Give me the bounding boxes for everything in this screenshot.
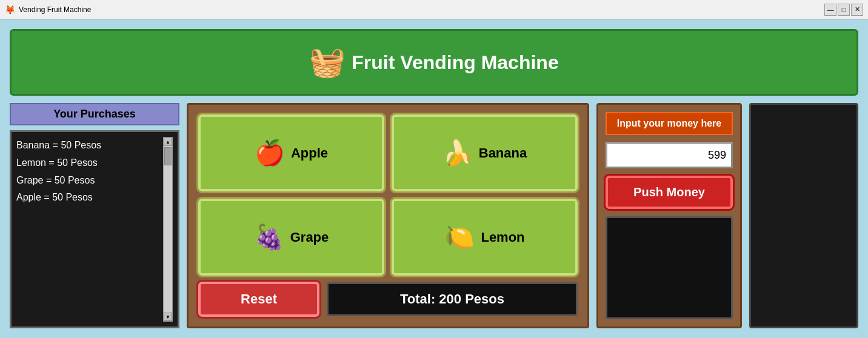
lemon-emoji-icon: 🍋 [444, 223, 475, 251]
maximize-button[interactable]: □ [838, 4, 850, 16]
grape-label: Grape [290, 230, 329, 245]
reset-button[interactable]: Reset [198, 282, 319, 317]
main-window: 🧺 Fruit Vending Machine Your Purchases B… [0, 19, 868, 338]
banana-emoji-icon: 🍌 [442, 139, 473, 167]
header-banner: 🧺 Fruit Vending Machine [10, 29, 858, 96]
purchases-list-container: Banana = 50 PesosLemon = 50 PesosGrape =… [10, 130, 179, 328]
bottom-row: Reset Total: 200 Pesos [198, 282, 578, 317]
fruit-button-lemon[interactable]: 🍋Lemon [392, 199, 578, 276]
app-header-title: Fruit Vending Machine [352, 51, 558, 74]
minimize-button[interactable]: — [824, 4, 836, 16]
fruit-button-apple[interactable]: 🍎Apple [198, 114, 384, 191]
banana-label: Banana [479, 145, 527, 161]
apple-emoji-icon: 🍎 [255, 139, 285, 167]
middle-panel: 🍎Apple🍌Banana🍇Grape🍋Lemon Reset Total: 2… [187, 103, 589, 328]
money-input[interactable] [606, 142, 733, 168]
apple-label: Apple [291, 145, 328, 161]
right-panel: Input your money here Push Money [596, 103, 742, 328]
fruit-button-banana[interactable]: 🍌Banana [392, 114, 578, 191]
purchase-item: Banana = 50 Pesos [16, 137, 163, 154]
purchases-list: Banana = 50 PesosLemon = 50 PesosGrape =… [16, 137, 163, 322]
app-icon: 🦊 [5, 5, 15, 15]
lemon-label: Lemon [481, 230, 524, 245]
scroll-down-button[interactable]: ▼ [164, 313, 172, 321]
left-panel: Your Purchases Banana = 50 PesosLemon = … [10, 103, 179, 328]
purchases-label: Your Purchases [10, 103, 179, 125]
fruit-grid: 🍎Apple🍌Banana🍇Grape🍋Lemon [198, 114, 578, 276]
scroll-thumb[interactable] [164, 147, 172, 165]
change-display [606, 216, 733, 319]
purchase-item: Lemon = 50 Pesos [16, 154, 163, 172]
purchase-item: Apple = 50 Pesos [16, 189, 163, 207]
purchase-item: Grape = 50 Pesos [16, 172, 163, 190]
close-button[interactable]: ✕ [851, 4, 863, 16]
far-right-panel [749, 103, 858, 328]
content-area: Your Purchases Banana = 50 PesosLemon = … [10, 103, 858, 328]
basket-icon: 🧺 [309, 45, 346, 79]
money-input-label: Input your money here [606, 112, 733, 135]
fruit-button-grape[interactable]: 🍇Grape [198, 199, 384, 276]
push-money-button[interactable]: Push Money [606, 176, 733, 209]
title-bar: 🦊 Vending Fruit Machine — □ ✕ [0, 0, 868, 19]
grape-emoji-icon: 🍇 [254, 223, 284, 251]
scroll-up-button[interactable]: ▲ [164, 138, 172, 146]
total-display: Total: 200 Pesos [327, 282, 578, 316]
app-title: Vending Fruit Machine [19, 5, 91, 14]
